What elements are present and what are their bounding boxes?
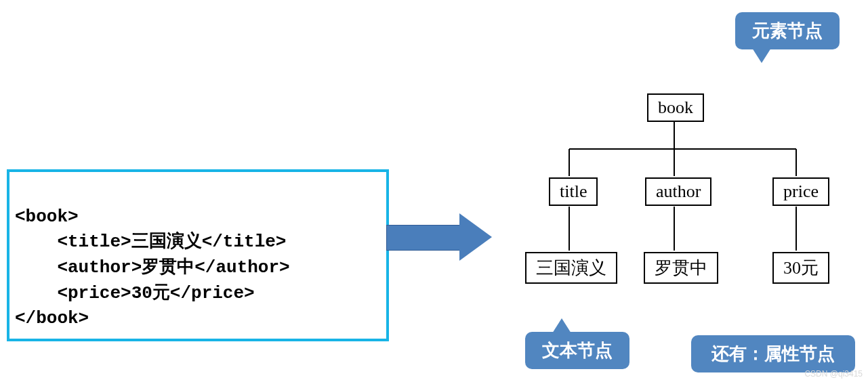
tree-node-value: 三国演义: [525, 252, 617, 284]
callout-element-node: 元素节点: [735, 12, 840, 49]
callout-attribute-note: 还有：属性节点: [691, 335, 855, 372]
tree-node-label: title: [549, 177, 598, 206]
code-line: <book>: [15, 207, 79, 227]
code-line: <price>30元</price>: [15, 283, 255, 303]
dom-tree: book title author price 三国演义 罗贯中 30元: [515, 81, 867, 318]
tree-node-label: price: [772, 177, 829, 206]
arrow-icon: [386, 213, 495, 261]
tree-root: book: [647, 93, 704, 122]
code-line: <title>三国演义</title>: [15, 232, 286, 252]
code-line: <author>罗贯中</author>: [15, 257, 290, 278]
code-line: </book>: [15, 308, 89, 328]
watermark: CSDN @qi3415: [804, 369, 863, 379]
tree-node-value: 罗贯中: [644, 252, 718, 284]
tree-node-label: author: [645, 177, 711, 206]
callout-text-node: 文本节点: [525, 332, 629, 369]
xml-code-panel: <book> <title>三国演义</title> <author>罗贯中</…: [7, 169, 389, 341]
tree-node-value: 30元: [772, 252, 829, 284]
